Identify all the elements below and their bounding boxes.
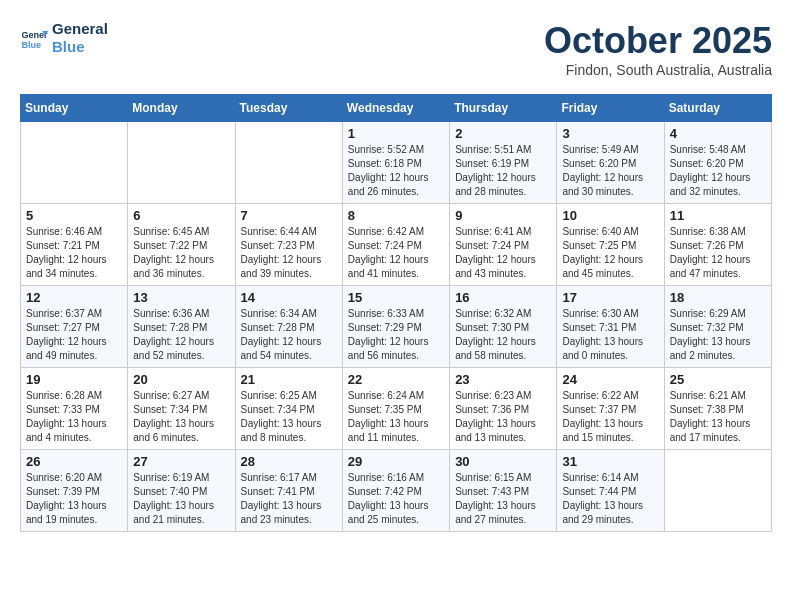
day-number: 17 xyxy=(562,290,658,305)
day-number: 25 xyxy=(670,372,766,387)
calendar-cell: 4Sunrise: 5:48 AMSunset: 6:20 PMDaylight… xyxy=(664,122,771,204)
day-info: Sunrise: 5:49 AMSunset: 6:20 PMDaylight:… xyxy=(562,143,658,199)
week-row-3: 12Sunrise: 6:37 AMSunset: 7:27 PMDayligh… xyxy=(21,286,772,368)
day-info: Sunrise: 6:23 AMSunset: 7:36 PMDaylight:… xyxy=(455,389,551,445)
day-number: 3 xyxy=(562,126,658,141)
day-number: 9 xyxy=(455,208,551,223)
calendar-cell: 30Sunrise: 6:15 AMSunset: 7:43 PMDayligh… xyxy=(450,450,557,532)
day-number: 29 xyxy=(348,454,444,469)
calendar-cell: 23Sunrise: 6:23 AMSunset: 7:36 PMDayligh… xyxy=(450,368,557,450)
day-info: Sunrise: 6:38 AMSunset: 7:26 PMDaylight:… xyxy=(670,225,766,281)
day-number: 4 xyxy=(670,126,766,141)
day-number: 12 xyxy=(26,290,122,305)
calendar-cell: 6Sunrise: 6:45 AMSunset: 7:22 PMDaylight… xyxy=(128,204,235,286)
day-info: Sunrise: 6:25 AMSunset: 7:34 PMDaylight:… xyxy=(241,389,337,445)
day-number: 10 xyxy=(562,208,658,223)
day-info: Sunrise: 6:29 AMSunset: 7:32 PMDaylight:… xyxy=(670,307,766,363)
week-row-5: 26Sunrise: 6:20 AMSunset: 7:39 PMDayligh… xyxy=(21,450,772,532)
calendar-cell: 10Sunrise: 6:40 AMSunset: 7:25 PMDayligh… xyxy=(557,204,664,286)
logo: General Blue General Blue xyxy=(20,20,108,56)
calendar-cell: 21Sunrise: 6:25 AMSunset: 7:34 PMDayligh… xyxy=(235,368,342,450)
day-info: Sunrise: 5:48 AMSunset: 6:20 PMDaylight:… xyxy=(670,143,766,199)
calendar-cell: 24Sunrise: 6:22 AMSunset: 7:37 PMDayligh… xyxy=(557,368,664,450)
day-number: 20 xyxy=(133,372,229,387)
calendar-cell: 1Sunrise: 5:52 AMSunset: 6:18 PMDaylight… xyxy=(342,122,449,204)
day-number: 23 xyxy=(455,372,551,387)
day-info: Sunrise: 6:44 AMSunset: 7:23 PMDaylight:… xyxy=(241,225,337,281)
week-row-1: 1Sunrise: 5:52 AMSunset: 6:18 PMDaylight… xyxy=(21,122,772,204)
day-number: 24 xyxy=(562,372,658,387)
calendar-cell: 17Sunrise: 6:30 AMSunset: 7:31 PMDayligh… xyxy=(557,286,664,368)
day-info: Sunrise: 6:33 AMSunset: 7:29 PMDaylight:… xyxy=(348,307,444,363)
header-row: SundayMondayTuesdayWednesdayThursdayFrid… xyxy=(21,95,772,122)
day-number: 27 xyxy=(133,454,229,469)
calendar-cell xyxy=(128,122,235,204)
calendar-header: SundayMondayTuesdayWednesdayThursdayFrid… xyxy=(21,95,772,122)
day-info: Sunrise: 6:20 AMSunset: 7:39 PMDaylight:… xyxy=(26,471,122,527)
header-cell-saturday: Saturday xyxy=(664,95,771,122)
calendar-cell: 2Sunrise: 5:51 AMSunset: 6:19 PMDaylight… xyxy=(450,122,557,204)
week-row-2: 5Sunrise: 6:46 AMSunset: 7:21 PMDaylight… xyxy=(21,204,772,286)
day-number: 15 xyxy=(348,290,444,305)
day-info: Sunrise: 6:46 AMSunset: 7:21 PMDaylight:… xyxy=(26,225,122,281)
week-row-4: 19Sunrise: 6:28 AMSunset: 7:33 PMDayligh… xyxy=(21,368,772,450)
day-number: 11 xyxy=(670,208,766,223)
day-info: Sunrise: 6:28 AMSunset: 7:33 PMDaylight:… xyxy=(26,389,122,445)
calendar-cell: 14Sunrise: 6:34 AMSunset: 7:28 PMDayligh… xyxy=(235,286,342,368)
calendar-cell: 20Sunrise: 6:27 AMSunset: 7:34 PMDayligh… xyxy=(128,368,235,450)
calendar-cell xyxy=(235,122,342,204)
logo-text-blue: Blue xyxy=(52,38,108,56)
day-number: 14 xyxy=(241,290,337,305)
calendar-cell: 29Sunrise: 6:16 AMSunset: 7:42 PMDayligh… xyxy=(342,450,449,532)
calendar-cell: 12Sunrise: 6:37 AMSunset: 7:27 PMDayligh… xyxy=(21,286,128,368)
logo-text-general: General xyxy=(52,20,108,38)
day-number: 6 xyxy=(133,208,229,223)
header-cell-sunday: Sunday xyxy=(21,95,128,122)
calendar-cell: 7Sunrise: 6:44 AMSunset: 7:23 PMDaylight… xyxy=(235,204,342,286)
day-info: Sunrise: 6:32 AMSunset: 7:30 PMDaylight:… xyxy=(455,307,551,363)
day-number: 28 xyxy=(241,454,337,469)
day-number: 5 xyxy=(26,208,122,223)
day-number: 16 xyxy=(455,290,551,305)
calendar-cell: 5Sunrise: 6:46 AMSunset: 7:21 PMDaylight… xyxy=(21,204,128,286)
day-info: Sunrise: 6:17 AMSunset: 7:41 PMDaylight:… xyxy=(241,471,337,527)
day-info: Sunrise: 6:24 AMSunset: 7:35 PMDaylight:… xyxy=(348,389,444,445)
month-title: October 2025 xyxy=(544,20,772,62)
header-cell-wednesday: Wednesday xyxy=(342,95,449,122)
day-number: 13 xyxy=(133,290,229,305)
calendar-cell: 8Sunrise: 6:42 AMSunset: 7:24 PMDaylight… xyxy=(342,204,449,286)
calendar-cell: 22Sunrise: 6:24 AMSunset: 7:35 PMDayligh… xyxy=(342,368,449,450)
day-info: Sunrise: 6:22 AMSunset: 7:37 PMDaylight:… xyxy=(562,389,658,445)
calendar-cell: 18Sunrise: 6:29 AMSunset: 7:32 PMDayligh… xyxy=(664,286,771,368)
day-info: Sunrise: 5:51 AMSunset: 6:19 PMDaylight:… xyxy=(455,143,551,199)
header-cell-thursday: Thursday xyxy=(450,95,557,122)
day-number: 18 xyxy=(670,290,766,305)
calendar-cell: 9Sunrise: 6:41 AMSunset: 7:24 PMDaylight… xyxy=(450,204,557,286)
title-block: October 2025 Findon, South Australia, Au… xyxy=(544,20,772,78)
calendar-cell: 25Sunrise: 6:21 AMSunset: 7:38 PMDayligh… xyxy=(664,368,771,450)
day-info: Sunrise: 6:15 AMSunset: 7:43 PMDaylight:… xyxy=(455,471,551,527)
calendar-cell xyxy=(21,122,128,204)
location-subtitle: Findon, South Australia, Australia xyxy=(544,62,772,78)
day-info: Sunrise: 6:16 AMSunset: 7:42 PMDaylight:… xyxy=(348,471,444,527)
calendar-cell: 11Sunrise: 6:38 AMSunset: 7:26 PMDayligh… xyxy=(664,204,771,286)
calendar-body: 1Sunrise: 5:52 AMSunset: 6:18 PMDaylight… xyxy=(21,122,772,532)
day-info: Sunrise: 6:37 AMSunset: 7:27 PMDaylight:… xyxy=(26,307,122,363)
calendar-cell: 28Sunrise: 6:17 AMSunset: 7:41 PMDayligh… xyxy=(235,450,342,532)
day-info: Sunrise: 6:42 AMSunset: 7:24 PMDaylight:… xyxy=(348,225,444,281)
calendar-table: SundayMondayTuesdayWednesdayThursdayFrid… xyxy=(20,94,772,532)
calendar-cell: 15Sunrise: 6:33 AMSunset: 7:29 PMDayligh… xyxy=(342,286,449,368)
day-info: Sunrise: 6:27 AMSunset: 7:34 PMDaylight:… xyxy=(133,389,229,445)
day-number: 8 xyxy=(348,208,444,223)
day-number: 30 xyxy=(455,454,551,469)
day-number: 31 xyxy=(562,454,658,469)
logo-icon: General Blue xyxy=(20,24,48,52)
header-cell-monday: Monday xyxy=(128,95,235,122)
day-number: 22 xyxy=(348,372,444,387)
header-cell-friday: Friday xyxy=(557,95,664,122)
day-number: 26 xyxy=(26,454,122,469)
header-cell-tuesday: Tuesday xyxy=(235,95,342,122)
day-number: 7 xyxy=(241,208,337,223)
calendar-cell xyxy=(664,450,771,532)
day-number: 1 xyxy=(348,126,444,141)
